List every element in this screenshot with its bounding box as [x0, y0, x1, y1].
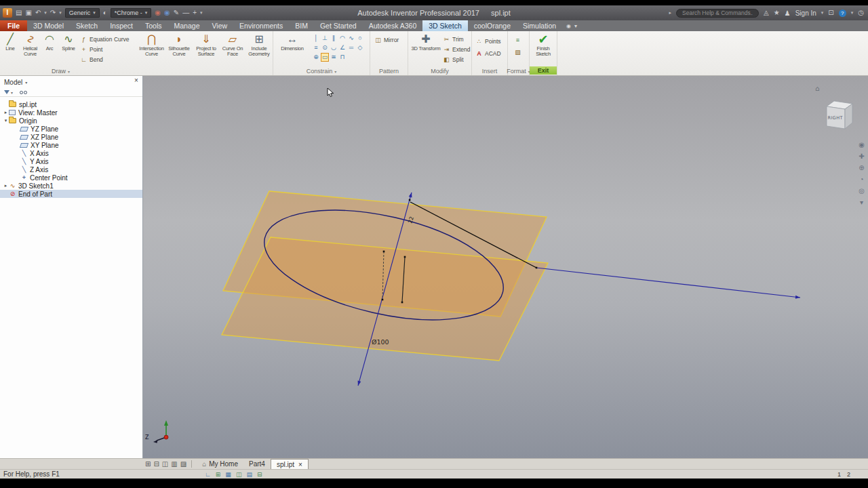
- format-construction-button[interactable]: ≡: [514, 35, 521, 44]
- tab-view[interactable]: View: [205, 20, 233, 31]
- constraint-fix-icon[interactable]: ⊕: [312, 53, 320, 62]
- undo-icon[interactable]: ↶: [35, 9, 41, 17]
- split-button[interactable]: ◧ Split: [443, 55, 471, 64]
- arc-button[interactable]: ◠ Arc: [41, 33, 58, 65]
- inventor-logo-icon[interactable]: I: [3, 8, 12, 18]
- tree-item-yz-plane[interactable]: YZ Plane: [0, 125, 142, 133]
- tile-windows-icon[interactable]: ⊞: [145, 460, 151, 468]
- 3d-transform-button[interactable]: ✚ 3D Transform: [410, 33, 441, 65]
- sketch-point[interactable]: [536, 267, 538, 269]
- help-dropdown-icon[interactable]: ▾: [851, 10, 854, 16]
- tree-item-center-point[interactable]: + Center Point: [0, 174, 142, 182]
- appearance-sphere-icon[interactable]: ◐: [103, 9, 107, 17]
- constraint-angle-icon[interactable]: ∠: [338, 43, 347, 52]
- split-vertical-icon[interactable]: ◫: [162, 460, 168, 468]
- panel-label-insert[interactable]: Insert: [472, 68, 507, 75]
- redo-icon[interactable]: ↷: [50, 9, 56, 17]
- redo-dropdown-icon[interactable]: ▾: [59, 10, 62, 16]
- measure-icon[interactable]: ✎: [174, 9, 179, 17]
- diameter-dimension-text[interactable]: Ø100: [372, 338, 389, 346]
- insert-acad-button[interactable]: A ACAD: [475, 49, 501, 58]
- tree-item-xy-plane[interactable]: XY Plane: [0, 141, 142, 149]
- pan-icon[interactable]: ✚: [859, 152, 864, 160]
- tree-item-origin[interactable]: ▾ Origin: [0, 117, 142, 125]
- constraint-concentric-icon[interactable]: ⊙: [321, 43, 329, 52]
- zoom-icon[interactable]: ⊕: [859, 164, 864, 171]
- cascade-windows-icon[interactable]: ⊟: [153, 460, 159, 468]
- bend-button[interactable]: ∟ Bend: [80, 55, 137, 64]
- tab-autodesk-a360[interactable]: Autodesk A360: [363, 20, 423, 31]
- constraint-perpendicular-icon[interactable]: ⊥: [321, 34, 329, 43]
- favorites-star-icon[interactable]: ★: [774, 9, 780, 17]
- tree-item-y-axis[interactable]: ╲ Y Axis: [0, 157, 142, 165]
- equation-curve-button[interactable]: ƒ Equation Curve: [80, 35, 137, 43]
- sign-in-button[interactable]: Sign In: [795, 9, 816, 17]
- spline-button[interactable]: ∿ Spline: [58, 33, 79, 65]
- axes-icon[interactable]: ▦: [225, 471, 231, 478]
- panel-label-constrain[interactable]: Constrain ▾: [273, 68, 370, 75]
- browser-title-dropdown-icon[interactable]: ▾: [25, 80, 27, 85]
- appearance-dropdown[interactable]: *Chrome - ▾: [111, 8, 152, 18]
- precise-input-icon[interactable]: ⊟: [257, 471, 262, 478]
- adjust-red-icon[interactable]: ◉: [155, 9, 161, 17]
- constraint-vertical-icon[interactable]: │: [312, 34, 320, 43]
- tree-item-root[interactable]: spl.ipt: [0, 100, 142, 108]
- navbar-more-icon[interactable]: ▾: [860, 199, 863, 206]
- tab-manage[interactable]: Manage: [168, 20, 206, 31]
- help-icon[interactable]: ?: [839, 9, 846, 17]
- project-to-surface-button[interactable]: ⇓ Project to Surface: [193, 33, 220, 65]
- constraint-collinear-icon[interactable]: ≡: [312, 43, 320, 52]
- panel-label-draw[interactable]: Draw ▾: [52, 68, 70, 75]
- helical-curve-button[interactable]: ∿ Helical Curve: [20, 33, 41, 65]
- dynamic-input-icon[interactable]: ▤: [246, 471, 252, 478]
- find-control[interactable]: [20, 88, 27, 96]
- sketch-point[interactable]: [401, 302, 403, 304]
- orbit-icon[interactable]: ◔: [859, 176, 863, 183]
- trim-button[interactable]: ✂ Trim: [443, 35, 471, 43]
- expand-icon[interactable]: ▸: [3, 110, 9, 115]
- ortho-icon[interactable]: ◫: [236, 471, 242, 478]
- panel-label-format[interactable]: Format ▾: [508, 68, 529, 75]
- material-dropdown[interactable]: Generic ▾: [65, 8, 100, 18]
- tab-3d-sketch[interactable]: 3D Sketch: [422, 20, 467, 31]
- tree-item-x-axis[interactable]: ╲ X Axis: [0, 149, 142, 157]
- sketch-point[interactable]: [404, 256, 406, 258]
- arrange-icon[interactable]: ▨: [180, 460, 186, 468]
- tree-item-view-master[interactable]: ▸ View: Master: [0, 108, 142, 117]
- expand-icon[interactable]: ▸: [3, 183, 9, 188]
- doc-tab-my-home[interactable]: ⌂ My Home: [197, 459, 243, 469]
- page-indicator-1[interactable]: 1: [837, 471, 841, 478]
- split-horizontal-icon[interactable]: ▥: [171, 460, 177, 468]
- search-expand-icon[interactable]: ▸: [669, 10, 672, 16]
- steering-wheel-icon[interactable]: ◉: [859, 141, 865, 148]
- constraint-parallel-icon[interactable]: ∥: [330, 34, 338, 43]
- tab-tools[interactable]: Tools: [139, 20, 168, 31]
- constraint-equal-icon[interactable]: ≅: [330, 53, 338, 62]
- close-tab-icon[interactable]: ×: [298, 461, 302, 468]
- undo-dropdown-icon[interactable]: ▾: [44, 10, 47, 16]
- intersection-curve-button[interactable]: ⋂ Intersection Curve: [138, 33, 165, 65]
- include-geometry-button[interactable]: ⊞ Include Geometry: [245, 33, 273, 65]
- graphics-viewport[interactable]: Ø100 22 RIGHT ⌂ Z ◉ ✚ ⊕: [143, 76, 868, 458]
- grid-icon[interactable]: ⊞: [216, 471, 221, 478]
- tab-simulation[interactable]: Simulation: [517, 20, 562, 31]
- silhouette-curve-button[interactable]: ◗ Silhouette Curve: [165, 33, 193, 65]
- sign-in-dropdown-icon[interactable]: ▾: [821, 10, 824, 16]
- finish-sketch-button[interactable]: ✔ Finish Sketch: [530, 33, 556, 65]
- panel-label-pattern[interactable]: Pattern: [370, 68, 408, 75]
- zoom-out-icon[interactable]: —: [182, 9, 189, 17]
- panel-label-modify[interactable]: Modify: [408, 68, 471, 75]
- sketch-canvas[interactable]: Ø100 22 RIGHT ⌂ Z: [143, 76, 868, 458]
- view-cube-home-icon[interactable]: ⌂: [815, 85, 819, 92]
- tab-sketch[interactable]: Sketch: [70, 20, 104, 31]
- doc-tab-spl-ipt[interactable]: spl.ipt ×: [271, 459, 309, 469]
- extend-button[interactable]: ⇥ Extend: [443, 45, 471, 54]
- constraint-coincident-icon[interactable]: ○: [356, 34, 364, 43]
- sketch-point[interactable]: [409, 199, 411, 201]
- collapse-icon[interactable]: ▾: [3, 118, 9, 123]
- exchange-apps-icon[interactable]: ⊡: [828, 9, 833, 17]
- tab-coolorange[interactable]: coolOrange: [468, 20, 517, 31]
- tab-get-started[interactable]: Get Started: [314, 20, 363, 31]
- ribbon-display-icon[interactable]: ◉: [566, 23, 571, 29]
- constraint-horizontal-icon[interactable]: ═: [347, 43, 355, 52]
